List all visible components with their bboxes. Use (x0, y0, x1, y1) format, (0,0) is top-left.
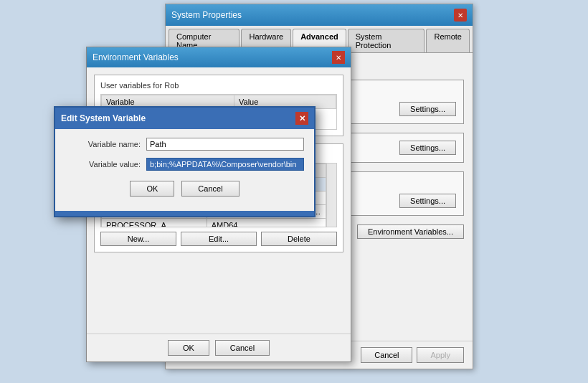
env-ok-button[interactable]: OK (168, 340, 209, 356)
tab-remote[interactable]: Remote (426, 29, 470, 52)
env-vars-title: Environment Variables (93, 52, 179, 62)
sys-row-proc-var: PROCESSOR_A... (102, 219, 207, 228)
system-props-cancel-button[interactable]: Cancel (361, 347, 412, 363)
user-settings-button[interactable]: Settings... (399, 141, 456, 155)
var-value-label: Variable value: (65, 160, 141, 169)
var-value-input[interactable] (146, 158, 304, 171)
user-vars-title: User variables for Rob (100, 81, 337, 90)
edit-sysvar-title: Edit System Variable (61, 113, 146, 123)
sys-row-proc-val: AMD64 (207, 219, 326, 228)
perf-settings-button[interactable]: Settings... (399, 102, 456, 116)
sys-delete-button[interactable]: Delete (261, 232, 337, 246)
edit-sysvar-dialog: Edit System Variable ✕ Variable name: Va… (54, 106, 316, 217)
edit-sysvar-buttons: OK Cancel (65, 178, 304, 202)
tab-system-protection[interactable]: System Protection (348, 29, 425, 52)
system-props-close-button[interactable]: ✕ (454, 9, 467, 22)
scrollbar[interactable] (326, 164, 336, 227)
env-cancel-button[interactable]: Cancel (215, 340, 270, 356)
env-vars-button[interactable]: Environment Variables... (357, 224, 464, 239)
startup-settings-button[interactable]: Settings... (399, 194, 456, 208)
edit-sysvar-content: Variable name: Variable value: OK Cancel (55, 129, 314, 211)
env-vars-close-button[interactable]: ✕ (332, 51, 345, 64)
sys-new-button[interactable]: New... (100, 232, 176, 246)
var-name-label: Variable name: (65, 140, 141, 148)
system-props-apply-button[interactable]: Apply (417, 347, 464, 363)
table-row[interactable]: PROCESSOR_A... AMD64 (102, 219, 326, 228)
env-vars-titlebar: Environment Variables ✕ (87, 47, 351, 67)
system-props-titlebar: System Properties ✕ (166, 4, 473, 26)
var-name-input[interactable] (146, 138, 304, 151)
edit-ok-button[interactable]: OK (130, 181, 174, 197)
edit-cancel-button[interactable]: Cancel (181, 181, 239, 197)
edit-sysvar-titlebar: Edit System Variable ✕ (55, 108, 314, 129)
var-name-row: Variable name: (65, 138, 304, 151)
env-vars-bottom-buttons: OK Cancel (87, 334, 351, 361)
var-value-row: Variable value: (65, 158, 304, 171)
system-vars-buttons: New... Edit... Delete (100, 232, 337, 246)
edit-sysvar-close-button[interactable]: ✕ (295, 112, 308, 125)
sys-edit-button[interactable]: Edit... (181, 232, 257, 246)
system-props-title: System Properties (171, 10, 242, 20)
